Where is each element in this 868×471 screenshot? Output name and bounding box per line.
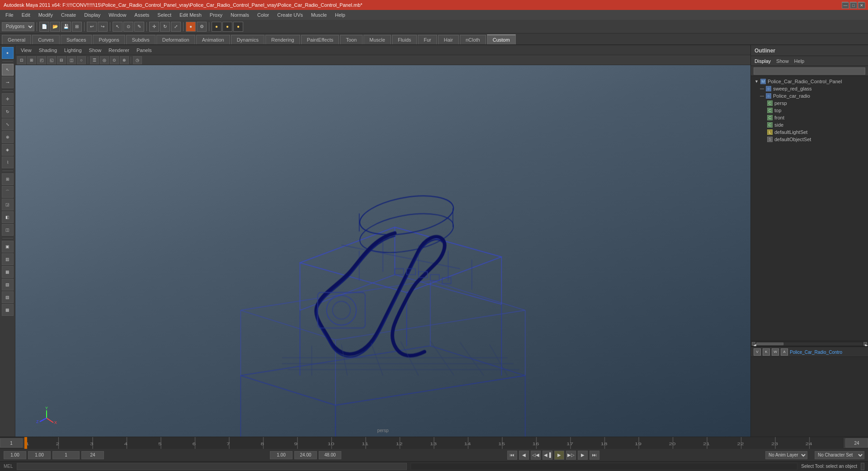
sculpt-button[interactable]: ⌇ xyxy=(2,157,14,168)
film-gate-button[interactable]: ◰ xyxy=(37,56,46,64)
tree-item-root[interactable]: ▼ M Police_Car_Radio_Control_Panel xyxy=(751,78,868,85)
light3-button[interactable]: ● xyxy=(233,22,243,32)
tab-hair[interactable]: Hair xyxy=(438,35,459,44)
outliner-show-tab[interactable]: Show xyxy=(776,58,789,64)
tab-deformation[interactable]: Deformation xyxy=(156,35,195,44)
outliner-scrollbar[interactable]: ◄ ► xyxy=(751,341,868,346)
soft-mod-button[interactable]: ◈ xyxy=(2,144,14,156)
playback-end-input[interactable] xyxy=(319,451,341,459)
tab-rendering[interactable]: Rendering xyxy=(265,35,300,44)
display-layer-button[interactable]: ☰ xyxy=(90,56,99,64)
tab-subdivs[interactable]: Subdivs xyxy=(126,35,156,44)
tab-polygons[interactable]: Polygons xyxy=(93,35,125,44)
tab-dynamics[interactable]: Dynamics xyxy=(231,35,264,44)
render-button[interactable]: ● xyxy=(186,22,196,32)
timeline-start-input[interactable] xyxy=(0,438,23,447)
channel-icon2[interactable]: K xyxy=(763,348,770,356)
menu-normals[interactable]: Normals xyxy=(227,11,253,19)
menu-display[interactable]: Display xyxy=(80,11,104,19)
tab-painteffects[interactable]: PaintEffects xyxy=(301,35,340,44)
viewport-renderer-menu[interactable]: Renderer xyxy=(106,47,132,54)
tab-fur[interactable]: Fur xyxy=(418,35,437,44)
menu-file[interactable]: File xyxy=(2,11,17,19)
scroll-right-button[interactable]: ► xyxy=(863,342,867,346)
mel-input[interactable] xyxy=(17,463,407,470)
outliner-display-tab[interactable]: Display xyxy=(755,58,771,64)
camera-select-button[interactable]: ⊡ xyxy=(17,56,26,64)
tab-muscle[interactable]: Muscle xyxy=(363,35,391,44)
tab-animation[interactable]: Animation xyxy=(196,35,230,44)
menu-select[interactable]: Select xyxy=(154,11,175,19)
tree-item-top[interactable]: C top xyxy=(751,107,868,114)
grid-button[interactable]: ⊟ xyxy=(57,56,66,64)
play-back-button[interactable]: ◀▐ xyxy=(542,451,552,460)
artisan-button[interactable]: ▧ xyxy=(2,279,14,290)
viewport-show-menu[interactable]: Show xyxy=(86,47,104,54)
menu-create-uvs[interactable]: Create UVs xyxy=(274,11,307,19)
char-set-select[interactable]: No Character Set xyxy=(815,451,864,459)
tree-item-side[interactable]: C side xyxy=(751,121,868,128)
tree-item-sweep[interactable]: — ○ sweep_red_glass xyxy=(751,85,868,92)
light2-button[interactable]: ● xyxy=(222,22,232,32)
tab-general[interactable]: General xyxy=(2,35,31,44)
menu-modify[interactable]: Modify xyxy=(35,11,57,19)
open-file-button[interactable]: 📂 xyxy=(50,22,60,32)
outliner-maximize-button[interactable]: □ xyxy=(850,2,857,9)
step-forward-button[interactable]: ▶ xyxy=(578,451,588,460)
tree-item-radio[interactable]: — ○ Police_car_radio xyxy=(751,92,868,100)
go-end-button[interactable]: ⏭ xyxy=(590,451,599,460)
wireframe-button[interactable]: ◫ xyxy=(67,56,76,64)
x-ray-button[interactable]: ⊙ xyxy=(110,56,119,64)
play-forward-button[interactable]: ▶ xyxy=(554,451,564,460)
object-mode-icon[interactable]: ● xyxy=(2,47,14,59)
move-button[interactable]: ✛ xyxy=(149,22,159,32)
tab-ncloth[interactable]: nCloth xyxy=(460,35,486,44)
snap-grid-button[interactable]: ⊞ xyxy=(2,173,14,185)
menu-assets[interactable]: Assets xyxy=(131,11,153,19)
rotate-button[interactable]: ↻ xyxy=(160,22,170,32)
tree-item-lightset[interactable]: L defaultLightSet xyxy=(751,128,868,136)
light1-button[interactable]: ● xyxy=(212,22,222,32)
snapshot-button[interactable]: ◷ xyxy=(133,56,142,64)
channel-icon1[interactable]: V xyxy=(754,348,761,356)
scale-button[interactable]: ⤢ xyxy=(171,22,181,32)
paint-button[interactable]: ✎ xyxy=(134,22,144,32)
menu-help[interactable]: Help xyxy=(331,11,349,19)
menu-edit[interactable]: Edit xyxy=(18,11,34,19)
snap-surface-button[interactable]: ◲ xyxy=(2,199,14,210)
universal-manip-button[interactable]: ⊕ xyxy=(2,131,14,143)
menu-create[interactable]: Create xyxy=(57,11,80,19)
menu-proxy[interactable]: Proxy xyxy=(206,11,226,19)
viewport-lighting-menu[interactable]: Lighting xyxy=(61,47,85,54)
menu-edit-mesh[interactable]: Edit Mesh xyxy=(176,11,205,19)
menu-muscle[interactable]: Muscle xyxy=(307,11,330,19)
tab-curves[interactable]: Curves xyxy=(32,35,60,44)
transport-frame-input[interactable] xyxy=(81,451,104,459)
cloth-button[interactable]: ▨ xyxy=(2,291,14,303)
transport-current-input[interactable] xyxy=(28,451,51,459)
select-tool-button[interactable]: ↖ xyxy=(2,64,14,76)
snap-curve-button[interactable]: ⌒ xyxy=(2,186,14,198)
scrollbar-track[interactable] xyxy=(756,343,863,345)
new-file-button[interactable]: 📄 xyxy=(39,22,49,32)
menu-color[interactable]: Color xyxy=(254,11,273,19)
tree-item-objectset[interactable]: S defaultObjectSet xyxy=(751,136,868,143)
anim-end-input[interactable] xyxy=(294,451,317,459)
tree-item-persp[interactable]: C persp xyxy=(751,100,868,107)
anim-layer-select[interactable]: No Anim Layer xyxy=(765,451,807,459)
render-region-button[interactable]: ▣ xyxy=(2,241,14,252)
channel-icon4[interactable]: A xyxy=(781,348,788,356)
viewport-canvas[interactable]: X Y Z persp xyxy=(15,65,750,437)
transport-start-input[interactable] xyxy=(4,451,26,459)
tab-toon[interactable]: Toon xyxy=(340,35,363,44)
isolate-select-button[interactable]: ◎ xyxy=(100,56,109,64)
scale-tool-button[interactable]: ⤡ xyxy=(2,119,14,130)
mode-select[interactable]: Polygons xyxy=(2,22,34,31)
outliner-minimize-button[interactable]: — xyxy=(842,2,849,9)
step-back-button[interactable]: ◀ xyxy=(519,451,529,460)
lasso-tool-button[interactable]: ⊸ xyxy=(2,76,14,88)
save-scene-button[interactable]: ⊞ xyxy=(72,22,82,32)
tree-item-front[interactable]: C front xyxy=(751,114,868,121)
tab-fluids[interactable]: Fluids xyxy=(392,35,417,44)
render-settings-button[interactable]: ⚙ xyxy=(197,22,207,32)
